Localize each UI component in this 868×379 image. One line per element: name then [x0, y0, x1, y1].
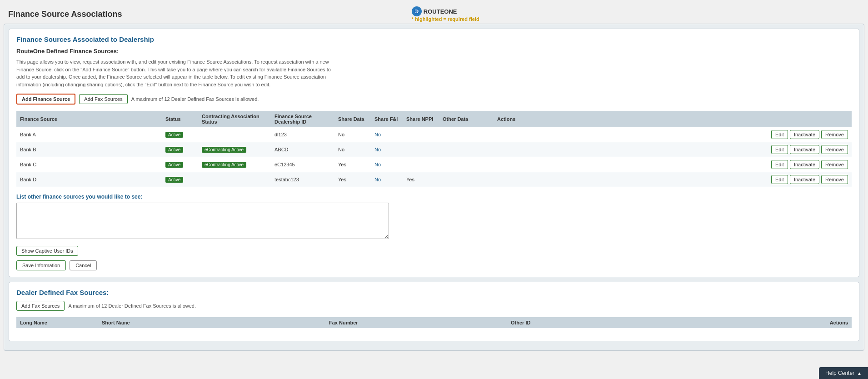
help-center-bar[interactable]: Help Center ▲ [819, 367, 868, 379]
th-share-fi: Share F&I [371, 111, 403, 127]
page-wrapper: Finance Source Associations ROUTEONE * h… [0, 0, 868, 379]
contracting-cell [198, 172, 271, 187]
finance-sources-title: Finance Sources Associated to Dealership [16, 35, 852, 43]
status-badge: Active [165, 132, 183, 138]
share-nppi-cell [403, 127, 439, 142]
fs-dealership-id-cell: testabc123 [271, 172, 334, 187]
share-nppi-cell [403, 157, 439, 172]
share-fi-cell: No [371, 157, 403, 172]
fs-dealership-id-cell: dl123 [271, 127, 334, 142]
econtracting-badge: eContracting Active [202, 162, 246, 168]
th-other-id: Other ID [507, 317, 689, 328]
dealer-fax-title: Dealer Defined Fax Sources: [16, 289, 852, 296]
econtracting-badge: eContracting Active [202, 147, 246, 153]
cancel-button[interactable]: Cancel [70, 260, 97, 270]
page-header: Finance Source Associations ROUTEONE * h… [4, 4, 864, 24]
main-content: Finance Sources Associated to Dealership… [4, 24, 864, 351]
share-data-cell: No [334, 142, 371, 157]
finance-source-cell: Bank A [16, 127, 162, 142]
remove-button[interactable]: Remove [821, 160, 848, 169]
th-finance-source: Finance Source [16, 111, 162, 127]
actions-cell: EditInactivateRemove [494, 157, 852, 172]
inactivate-button[interactable]: Inactivate [790, 160, 819, 169]
contracting-cell: eContracting Active [198, 142, 271, 157]
header-center: ROUTEONE * highlighted = required field [412, 6, 479, 22]
fs-dealership-id-cell: ABCD [271, 142, 334, 157]
status-cell: Active [162, 172, 198, 187]
other-data-cell [439, 142, 494, 157]
remove-button[interactable]: Remove [821, 175, 848, 184]
finance-source-table: Finance Source Status Contracting Associ… [16, 111, 852, 187]
table-row: Bank CActiveeContracting ActiveeC12345Ye… [16, 157, 852, 172]
dealer-fax-section: Dealer Defined Fax Sources: Add Fax Sour… [9, 282, 859, 341]
status-badge: Active [165, 177, 183, 183]
th-short-name: Short Name [98, 317, 325, 328]
top-button-row: Add Finance Source Add Fax Sources A max… [16, 94, 852, 105]
add-fax-sources-button-top[interactable]: Add Fax Sources [79, 94, 127, 104]
th-contracting: Contracting Association Status [198, 111, 271, 127]
required-note: * highlighted = required field [412, 16, 479, 22]
status-cell: Active [162, 142, 198, 157]
status-badge: Active [165, 162, 183, 168]
share-fi-cell: No [371, 142, 403, 157]
other-data-cell [439, 127, 494, 142]
status-cell: Active [162, 157, 198, 172]
fax-limit-note-bottom: A maximum of 12 Dealer Defined Fax Sourc… [68, 303, 196, 309]
save-cancel-row: Save Information Cancel [16, 260, 852, 270]
logo-text: ROUTEONE [424, 8, 457, 15]
inactivate-button[interactable]: Inactivate [790, 145, 819, 154]
routeone-logo: ROUTEONE [412, 6, 479, 16]
inactivate-button[interactable]: Inactivate [790, 175, 819, 184]
add-fax-sources-button-bottom[interactable]: Add Fax Sources [16, 301, 65, 311]
help-chevron-icon: ▲ [857, 371, 862, 376]
show-captive-user-ids-button[interactable]: Show Captive User IDs [16, 246, 78, 256]
fax-sources-table: Long Name Short Name Fax Number Other ID… [16, 317, 852, 328]
fs-dealership-id-cell: eC12345 [271, 157, 334, 172]
finance-sources-section: Finance Sources Associated to Dealership… [9, 29, 859, 277]
list-finance-sources-label: List other finance sources you would lik… [16, 194, 852, 200]
add-finance-source-button[interactable]: Add Finance Source [16, 94, 75, 105]
th-actions: Actions [494, 111, 852, 127]
share-data-cell: No [334, 127, 371, 142]
finance-source-cell: Bank B [16, 142, 162, 157]
contracting-cell [198, 127, 271, 142]
description-text: This page allows you to view, request as… [16, 58, 334, 88]
table-row: Bank BActiveeContracting ActiveABCDNoNoE… [16, 142, 852, 157]
routeone-defined-title: RouteOne Defined Finance Sources: [16, 48, 852, 55]
finance-source-cell: Bank D [16, 172, 162, 187]
save-information-button[interactable]: Save Information [16, 260, 66, 270]
th-other-data: Other Data [439, 111, 494, 127]
share-fi-cell: No [371, 127, 403, 142]
edit-button[interactable]: Edit [771, 175, 788, 184]
edit-button[interactable]: Edit [771, 160, 788, 169]
remove-button[interactable]: Remove [821, 130, 848, 139]
th-fax-actions: Actions [689, 317, 852, 328]
inactivate-button[interactable]: Inactivate [790, 130, 819, 139]
th-share-nppi: Share NPPI [403, 111, 439, 127]
finance-source-cell: Bank C [16, 157, 162, 172]
table-row: Bank AActivedl123NoNoEditInactivateRemov… [16, 127, 852, 142]
page-title: Finance Source Associations [8, 10, 122, 19]
remove-button[interactable]: Remove [821, 145, 848, 154]
edit-button[interactable]: Edit [771, 145, 788, 154]
other-data-cell [439, 172, 494, 187]
status-badge: Active [165, 147, 183, 153]
fax-limit-note-top: A maximum of 12 Dealer Defined Fax Sourc… [131, 96, 259, 102]
share-data-cell: Yes [334, 172, 371, 187]
svg-point-0 [414, 9, 419, 14]
edit-button[interactable]: Edit [771, 130, 788, 139]
contracting-cell: eContracting Active [198, 157, 271, 172]
help-center-label: Help Center [825, 370, 854, 376]
share-nppi-cell [403, 142, 439, 157]
other-data-cell [439, 157, 494, 172]
th-status: Status [162, 111, 198, 127]
logo-icon [412, 6, 422, 16]
th-fax-number: Fax Number [325, 317, 507, 328]
actions-cell: EditInactivateRemove [494, 127, 852, 142]
th-share-data: Share Data [334, 111, 371, 127]
actions-cell: EditInactivateRemove [494, 172, 852, 187]
th-fs-dealer-id: Finance Source Dealership ID [271, 111, 334, 127]
list-finance-sources-textarea[interactable] [16, 203, 389, 239]
table-row: Bank DActivetestabc123YesNoYesEditInacti… [16, 172, 852, 187]
status-cell: Active [162, 127, 198, 142]
